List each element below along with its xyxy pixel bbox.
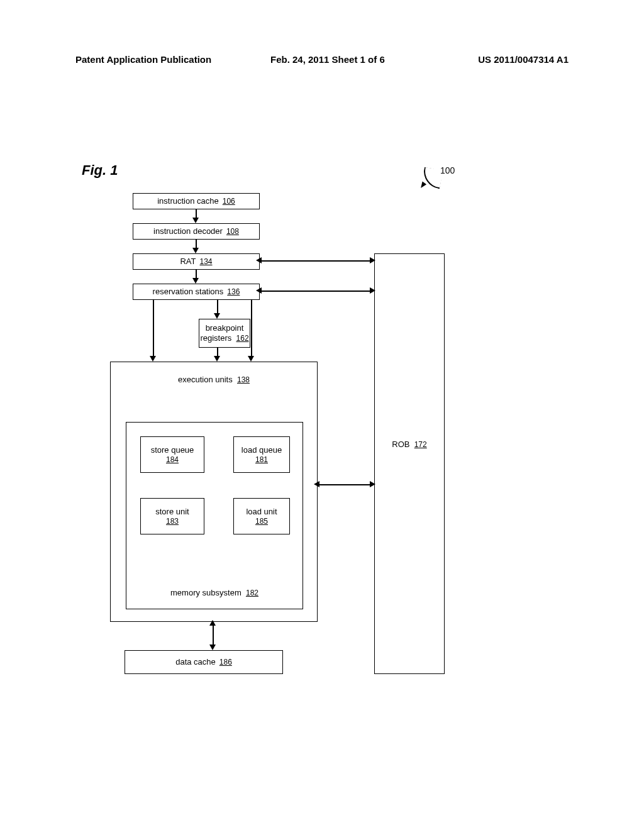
header-center: Feb. 24, 2011 Sheet 1 of 6 xyxy=(270,54,385,65)
page: Patent Application Publication Feb. 24, … xyxy=(0,0,644,830)
storeq-label: store queue xyxy=(151,445,194,455)
block-store-unit: store unit 183 xyxy=(140,498,204,534)
arrow-shaft xyxy=(213,622,214,647)
arrow-shaft xyxy=(251,300,252,357)
block-execution-units: execution units 138 store queue 184 load… xyxy=(110,362,318,622)
arrow-up-icon xyxy=(209,620,216,626)
arrow-right-icon xyxy=(370,257,375,263)
arrow-left-icon xyxy=(314,481,319,487)
loadu-label: load unit xyxy=(246,507,277,517)
block-store-queue: store queue 184 xyxy=(140,436,204,473)
block-rat: RAT 134 xyxy=(133,253,260,270)
block-memory-subsystem: store queue 184 load queue 181 store uni… xyxy=(126,422,303,609)
block-rob: ROB 172 xyxy=(374,253,445,674)
page-header: Patent Application Publication Feb. 24, … xyxy=(75,54,569,65)
arrow-left-icon xyxy=(256,257,262,263)
block-instruction-cache: instruction cache 106 xyxy=(133,193,260,209)
header-right: US 2011/0047314 A1 xyxy=(478,54,569,65)
arrow-right-icon xyxy=(370,481,375,487)
rob-ref: 172 xyxy=(414,440,427,449)
arrow-shaft xyxy=(318,484,373,485)
resv-ref: 136 xyxy=(227,287,240,296)
dcache-ref: 186 xyxy=(219,658,232,667)
arrow-down-icon xyxy=(192,248,199,253)
bpreg-label2: registers xyxy=(200,333,231,343)
arrow-shaft xyxy=(196,209,197,218)
exec-label: execution units xyxy=(178,375,233,384)
block-data-cache: data cache 186 xyxy=(125,650,283,674)
arrow-shaft xyxy=(217,300,218,314)
arrow-down-icon xyxy=(150,356,156,362)
arrow-shaft xyxy=(217,348,218,357)
exec-ref: 138 xyxy=(237,375,250,384)
idecoder-label: instruction decoder xyxy=(153,226,223,236)
header-left: Patent Application Publication xyxy=(75,54,211,65)
idecoder-ref: 108 xyxy=(226,227,239,236)
storeu-ref: 183 xyxy=(166,517,179,526)
resv-label: reservation stations xyxy=(153,287,224,297)
exec-label-row: execution units 138 xyxy=(111,375,317,384)
arrow-shaft xyxy=(260,260,373,262)
icache-ref: 106 xyxy=(223,197,235,206)
arrow-down-icon xyxy=(248,356,254,362)
arrow-down-icon xyxy=(192,218,199,223)
memsys-ref: 182 xyxy=(246,589,258,597)
loadq-label: load queue xyxy=(242,445,282,455)
block-load-unit: load unit 185 xyxy=(233,498,290,534)
figure-label: Fig. 1 xyxy=(82,162,118,179)
block-instruction-decoder: instruction decoder 108 xyxy=(133,223,260,240)
block-load-queue: load queue 181 xyxy=(233,436,290,473)
rat-ref: 134 xyxy=(200,257,213,266)
block-breakpoint-registers: breakpoint registers 162 xyxy=(199,319,250,348)
rob-label: ROB xyxy=(392,440,409,449)
arrow-shaft xyxy=(153,300,154,357)
system-ref-arrow-icon xyxy=(419,182,426,190)
arrow-right-icon xyxy=(370,287,375,294)
arrow-shaft xyxy=(196,270,197,279)
rat-label: RAT xyxy=(180,257,196,267)
dcache-label: data cache xyxy=(175,657,216,667)
memsys-label-row: memory subsystem 182 xyxy=(126,588,303,597)
arrow-shaft xyxy=(196,240,197,248)
arrow-down-icon xyxy=(214,313,220,319)
storeq-ref: 184 xyxy=(166,455,179,464)
arrow-down-icon xyxy=(214,356,220,362)
block-reservation-stations: reservation stations 136 xyxy=(133,284,260,300)
bpreg-label1: breakpoint xyxy=(206,323,244,333)
bpreg-ref: 162 xyxy=(236,334,249,343)
arrow-down-icon xyxy=(209,645,216,650)
arrow-left-icon xyxy=(256,287,262,294)
loadq-ref: 181 xyxy=(255,455,268,464)
arrow-down-icon xyxy=(192,278,199,284)
memsys-label: memory subsystem xyxy=(170,588,242,597)
arrow-shaft xyxy=(260,290,373,292)
icache-label: instruction cache xyxy=(157,196,219,206)
storeu-label: store unit xyxy=(155,507,189,517)
loadu-ref: 185 xyxy=(255,517,268,526)
